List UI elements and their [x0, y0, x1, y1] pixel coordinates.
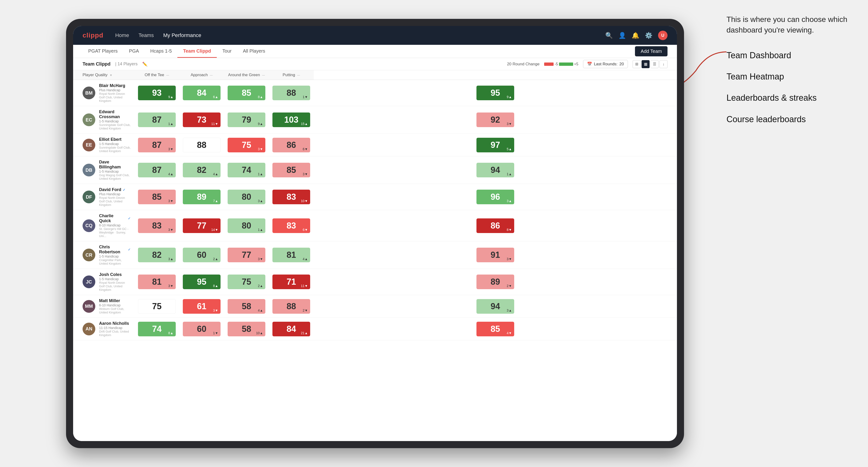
download-button[interactable]: ↓ [659, 60, 668, 68]
score-value: 58 [242, 302, 251, 311]
table-row: EEElliot Ebert1-5 HandicapSunningdale Go… [73, 134, 677, 156]
navbar-nav-item-teams[interactable]: Teams [138, 32, 154, 38]
table-row: DBDave Billingham1-5 HandicapGog Magog G… [73, 156, 677, 184]
player-info: Charlie Quick ✓6-10 HandicapSt. George's… [99, 214, 131, 238]
score-box: 923▼ [476, 113, 514, 127]
score-cell: 868▼ [314, 210, 677, 241]
settings-icon[interactable]: ⚙️ [645, 32, 652, 39]
player-cell-8[interactable]: MMMatt Miller6-10 HandicapWoburn Golf Cl… [73, 295, 134, 318]
score-cell: 854▼ [314, 318, 677, 340]
navbar: clippd HomeTeamsMy Performance 🔍 👤 🔔 ⚙️ … [73, 26, 677, 45]
score-cell: 833▼ [134, 210, 179, 241]
subnav-tab-all-players[interactable]: All Players [237, 45, 271, 58]
score-box: 939▲ [138, 86, 176, 100]
navbar-nav-item-home[interactable]: Home [115, 32, 129, 38]
score-change: 4▼ [507, 331, 512, 335]
score-change: 2▲ [258, 284, 263, 288]
player-cell-6[interactable]: CRChris Robertson ✓1-5 HandicapCraigmill… [73, 241, 134, 269]
score-value: 82 [152, 250, 161, 260]
score-value: 77 [197, 221, 206, 231]
player-cell-3[interactable]: DBDave Billingham1-5 HandicapGog Magog G… [73, 156, 134, 184]
search-icon[interactable]: 🔍 [605, 32, 613, 39]
score-cell: 752▲ [224, 269, 269, 295]
player-cell-1[interactable]: ECEdward Crossman1-5 HandicapSunningdale… [73, 106, 134, 134]
score-value: 94 [491, 165, 500, 175]
score-box: 858▲ [228, 86, 266, 100]
player-name: Chris Robertson ✓ [99, 245, 131, 254]
edit-team-icon[interactable]: ✏️ [142, 62, 148, 67]
score-value: 75 [242, 277, 251, 287]
score-box: 897▲ [183, 190, 220, 204]
subnav-tab-pgat-players[interactable]: PGAT Players [83, 45, 123, 58]
score-box: 943▲ [476, 299, 514, 314]
score-value: 71 [286, 277, 296, 287]
player-cell-2[interactable]: EEElliot Ebert1-5 HandicapSunningdale Go… [73, 134, 134, 156]
player-cell-5[interactable]: CQCharlie Quick ✓6-10 HandicapSt. George… [73, 210, 134, 241]
score-value: 85 [152, 192, 161, 202]
score-change: 11▼ [211, 122, 218, 126]
score-value: 75 [152, 302, 161, 311]
player-avatar: EE [83, 139, 95, 151]
score-cell: 613▼ [179, 295, 224, 318]
score-cell: 7111▼ [269, 269, 314, 295]
subnav-tab-hcaps-1-5[interactable]: Hcaps 1-5 [145, 45, 177, 58]
player-club: Gog Magog Golf Club, United Kingdom [99, 173, 131, 181]
notifications-icon[interactable]: 🔔 [632, 32, 639, 39]
player-club: Craigmillar Park, United Kingdom [99, 258, 131, 266]
team-name: Team Clippd [83, 61, 111, 67]
user-avatar[interactable]: U [658, 31, 668, 40]
grid-view-button[interactable]: ⊞ [632, 60, 641, 68]
player-cell-7[interactable]: JCJosh Coles1-5 HandicapRoyal North Devo… [73, 269, 134, 295]
player-cell-0[interactable]: BMBlair McHargPlus HandicapRoyal North D… [73, 80, 134, 106]
score-box: 8310▼ [272, 190, 310, 204]
score-cell: 873▼ [134, 134, 179, 156]
score-box: 866▼ [272, 138, 310, 152]
player-info: Josh Coles1-5 HandicapRoyal North Devon … [99, 272, 131, 291]
score-change: 1▲ [507, 172, 512, 176]
player-cell-4[interactable]: DFDavid Ford ✓Plus HandicapRoyal North D… [73, 184, 134, 210]
player-info: Chris Robertson ✓1-5 HandicapCraigmillar… [99, 245, 131, 266]
profile-icon[interactable]: 👤 [618, 32, 626, 39]
subnav-tab-tour[interactable]: Tour [217, 45, 237, 58]
player-avatar: EC [83, 114, 95, 126]
score-value: 94 [491, 302, 500, 311]
annotation-list-item: Team Heatmap [726, 71, 849, 83]
subnav-tab-pga[interactable]: PGA [123, 45, 145, 58]
annotation-intro-text: This is where you can choose which dashb… [726, 14, 849, 35]
player-info: Aaron Nicholls11-15 HandicapDrift Golf C… [99, 321, 131, 337]
player-club: Woburn Golf Club, United Kingdom [99, 307, 131, 314]
score-value: 73 [197, 115, 206, 125]
player-club: Royal North Devon Golf Club, United King… [99, 281, 131, 291]
player-cell-9[interactable]: ANAaron Nicholls11-15 HandicapDrift Golf… [73, 318, 134, 340]
subnav-tab-team-clippd[interactable]: Team Clippd [177, 45, 217, 58]
score-value: 61 [197, 302, 206, 311]
score-box: 959▲ [476, 86, 514, 100]
navbar-nav-item-my-performance[interactable]: My Performance [163, 32, 201, 38]
score-value: 86 [491, 221, 500, 231]
annotation-list-item: Team Dashboard [726, 50, 849, 61]
score-change: 21▲ [301, 331, 308, 335]
add-team-button[interactable]: Add Team [635, 46, 668, 56]
player-name: Elliot Ebert [99, 137, 131, 142]
score-change: 5▲ [507, 147, 512, 151]
score-change: 3▲ [507, 199, 512, 203]
score-change: 11▼ [301, 284, 308, 288]
score-change: 8▲ [258, 95, 263, 99]
score-value: 87 [152, 165, 161, 175]
player-name: Charlie Quick ✓ [99, 214, 131, 223]
heatmap-view-button[interactable]: ▦ [642, 60, 650, 68]
score-value: 92 [491, 115, 500, 125]
score-cell: 803▲ [224, 184, 269, 210]
score-change: 3▼ [507, 122, 512, 126]
last-rounds-icon: 📅 [587, 62, 592, 66]
player-club: Royal North Devon Golf Club, United King… [99, 196, 131, 207]
last-rounds-button[interactable]: 📅 Last Rounds: 20 [583, 60, 628, 68]
list-view-button[interactable]: ☰ [651, 60, 658, 68]
score-box: 803▲ [228, 190, 266, 204]
score-cell: 881▼ [269, 80, 314, 106]
score-value: 91 [491, 250, 500, 260]
score-box: 753▼ [228, 138, 266, 152]
score-change: 2▼ [507, 284, 512, 288]
score-cell: 75 [134, 295, 179, 318]
navbar-icons: 🔍 👤 🔔 ⚙️ U [605, 31, 668, 40]
